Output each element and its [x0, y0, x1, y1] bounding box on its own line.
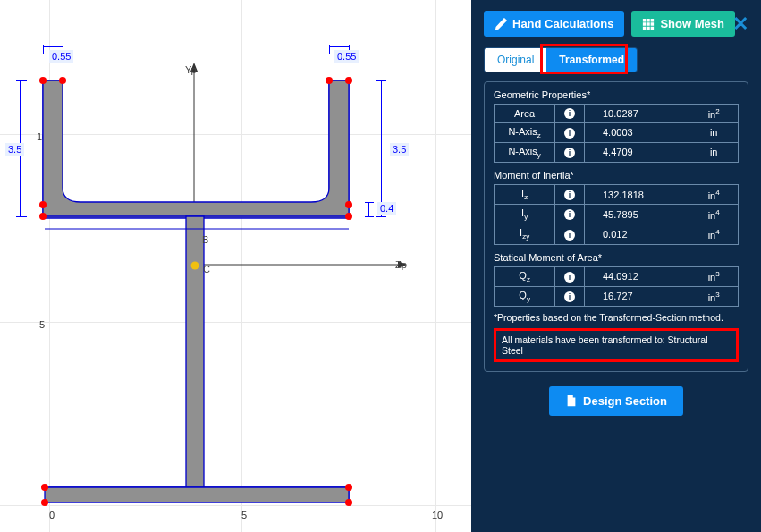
- node: [345, 484, 352, 491]
- info-icon[interactable]: i: [564, 128, 575, 139]
- node: [345, 499, 352, 506]
- section-statical-title: Statical Moment of Area*: [494, 252, 739, 263]
- table-row: N-Axisyi4.4709in: [495, 142, 739, 162]
- info-icon[interactable]: i: [564, 291, 575, 302]
- dim-top-right: 0.55: [334, 50, 359, 63]
- grid-icon: [642, 18, 655, 30]
- node: [39, 213, 47, 220]
- design-section-button[interactable]: Design Section: [549, 386, 683, 416]
- tab-transformed[interactable]: Transformed: [546, 48, 637, 72]
- info-icon[interactable]: i: [564, 108, 575, 119]
- node: [345, 77, 352, 84]
- info-icon[interactable]: i: [564, 190, 575, 200]
- dim-right: 3.5: [390, 143, 409, 156]
- node: [39, 77, 47, 84]
- inertia-table: Izi132.1818in4 Iyi45.7895in4 Izyi0.012in…: [494, 184, 739, 245]
- statical-table: Qzi44.0912in3 Qyi16.727in3: [494, 266, 739, 307]
- table-row: Areai10.0287in2: [495, 105, 739, 123]
- node: [345, 201, 352, 208]
- info-icon[interactable]: i: [564, 209, 575, 220]
- properties-panel: ✕ Hand Calculations Show Mesh Original T…: [471, 0, 761, 532]
- hand-calculations-button[interactable]: Hand Calculations: [484, 11, 624, 37]
- node: [326, 77, 333, 84]
- show-mesh-label: Show Mesh: [660, 17, 724, 30]
- info-icon[interactable]: i: [564, 230, 575, 241]
- info-icon[interactable]: i: [564, 148, 575, 158]
- table-row: Qzi44.0912in3: [495, 266, 739, 286]
- hand-calc-label: Hand Calculations: [512, 17, 613, 30]
- node: [59, 77, 66, 84]
- axis-zp-label: Zp: [395, 259, 407, 270]
- close-icon[interactable]: ✕: [732, 13, 748, 36]
- node: [41, 484, 48, 491]
- section-inertia-title: Moment of Inertia*: [494, 170, 739, 181]
- info-icon[interactable]: i: [564, 272, 575, 283]
- properties-box: Geometric Properties* Areai10.0287in2 N-…: [484, 81, 748, 372]
- axis-yp-label: Yp: [185, 64, 197, 75]
- table-row: Qyi16.727in3: [495, 286, 739, 306]
- table-row: Izi132.1818in4: [495, 185, 739, 205]
- show-mesh-button[interactable]: Show Mesh: [631, 11, 735, 37]
- geometric-table: Areai10.0287in2 N-Axiszi4.0003in N-Axisy…: [494, 104, 739, 163]
- tab-original[interactable]: Original: [485, 48, 546, 72]
- dim-top-left: 0.55: [49, 50, 73, 63]
- axis-b-label: B: [202, 234, 208, 245]
- table-row: N-Axiszi4.0003in: [495, 122, 739, 142]
- node: [345, 213, 352, 220]
- table-row: Iyi45.7895in4: [495, 205, 739, 224]
- document-icon: [565, 394, 578, 407]
- centroid-node: [191, 262, 199, 270]
- node: [41, 499, 48, 506]
- design-section-label: Design Section: [583, 394, 667, 408]
- dim-mid-right: 0.4: [377, 202, 396, 215]
- canvas-area[interactable]: 0 5 10 5 10: [0, 0, 471, 532]
- method-note: *Properties based on the Transformed-Sec…: [494, 312, 739, 323]
- section-geometric-title: Geometric Properties*: [494, 89, 739, 100]
- pencil-icon: [495, 18, 507, 30]
- axis-c-label: C: [203, 264, 210, 274]
- tabs: Original Transformed: [484, 47, 638, 72]
- dim-left: 3.5: [5, 143, 24, 156]
- transform-note: All materials have been transformed to: …: [494, 328, 739, 362]
- table-row: Izyi0.012in4: [495, 224, 739, 244]
- node: [39, 201, 47, 208]
